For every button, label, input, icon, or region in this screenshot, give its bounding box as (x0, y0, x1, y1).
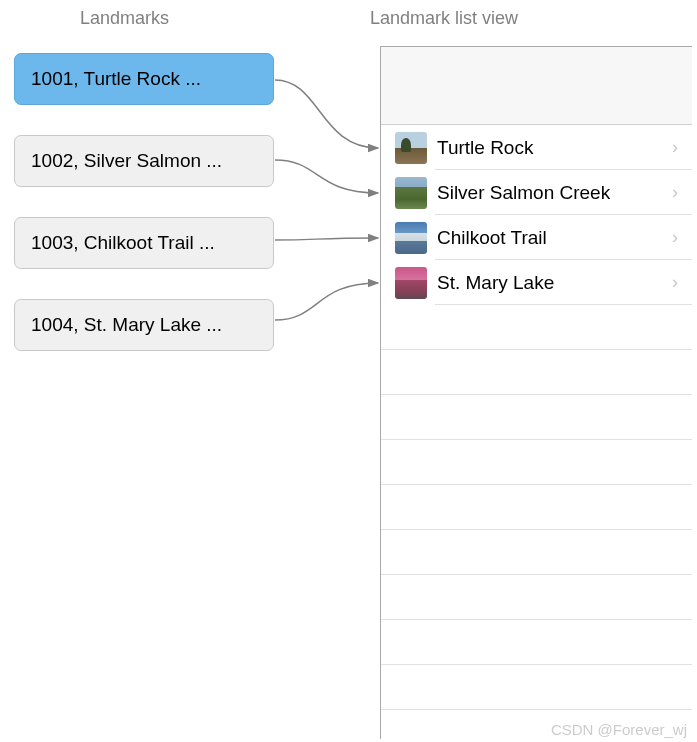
landmark-list: Turtle Rock › Silver Salmon Creek › Chil… (381, 125, 692, 742)
landmark-card-label: 1004, St. Mary Lake ... (31, 314, 222, 335)
list-item[interactable]: Chilkoot Trail › (381, 215, 692, 260)
empty-list-row (381, 440, 692, 485)
landmark-card[interactable]: 1004, St. Mary Lake ... (14, 299, 274, 351)
list-item-label: Turtle Rock (437, 137, 672, 159)
thumbnail-silver-salmon (395, 177, 427, 209)
landmark-card-label: 1002, Silver Salmon ... (31, 150, 222, 171)
landmarks-data-section: Landmarks 1001, Turtle Rock ... 1002, Si… (0, 0, 280, 742)
landmark-card[interactable]: 1003, Chilkoot Trail ... (14, 217, 274, 269)
listview-heading: Landmark list view (280, 0, 697, 47)
list-item-label: Chilkoot Trail (437, 227, 672, 249)
empty-list-row (381, 665, 692, 710)
thumbnail-chilkoot-trail (395, 222, 427, 254)
landmark-card-label: 1001, Turtle Rock ... (31, 68, 201, 89)
thumbnail-turtle-rock (395, 132, 427, 164)
empty-list-row (381, 350, 692, 395)
empty-list-row (381, 620, 692, 665)
list-item-label: Silver Salmon Creek (437, 182, 672, 204)
empty-list-row (381, 575, 692, 620)
empty-list-row (381, 395, 692, 440)
landmark-card[interactable]: 1002, Silver Salmon ... (14, 135, 274, 187)
thumbnail-st-mary-lake (395, 267, 427, 299)
empty-list-row (381, 530, 692, 575)
landmarks-heading: Landmarks (0, 0, 280, 53)
list-item[interactable]: Turtle Rock › (381, 125, 692, 170)
chevron-right-icon: › (672, 227, 678, 248)
empty-list-row (381, 485, 692, 530)
watermark: CSDN @Forever_wj (551, 721, 687, 738)
chevron-right-icon: › (672, 272, 678, 293)
list-item[interactable]: Silver Salmon Creek › (381, 170, 692, 215)
list-item-label: St. Mary Lake (437, 272, 672, 294)
list-item[interactable]: St. Mary Lake › (381, 260, 692, 305)
chevron-right-icon: › (672, 137, 678, 158)
chevron-right-icon: › (672, 182, 678, 203)
phone-preview: Turtle Rock › Silver Salmon Creek › Chil… (380, 46, 692, 739)
phone-statusbar (381, 47, 692, 125)
empty-list-row (381, 305, 692, 350)
landmark-card-label: 1003, Chilkoot Trail ... (31, 232, 215, 253)
landmark-card[interactable]: 1001, Turtle Rock ... (14, 53, 274, 105)
